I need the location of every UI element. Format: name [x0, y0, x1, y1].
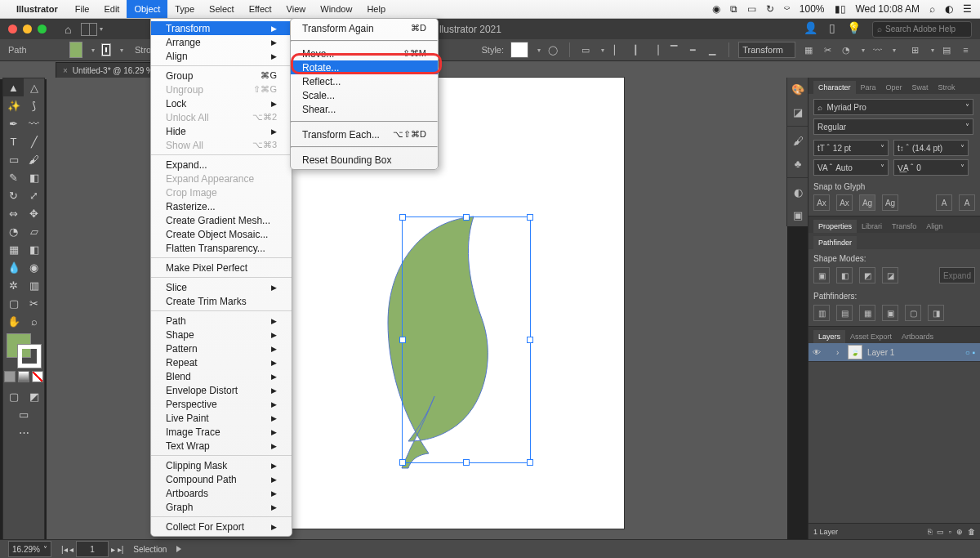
help-search-input[interactable]: ⌕ Search Adobe Help — [872, 21, 972, 38]
align-m-icon[interactable]: ━ — [687, 42, 699, 58]
transform-submenu-item[interactable]: Transform Again⌘D — [291, 21, 438, 35]
object-menu-item[interactable]: Group⌘G — [151, 69, 292, 83]
object-menu-item[interactable]: Slice▶ — [151, 280, 292, 294]
kerning-input[interactable]: VA ˆ Auto˅ — [813, 159, 889, 176]
menu-window[interactable]: Window — [313, 0, 359, 18]
object-menu-item[interactable]: Flatten Transparency... — [151, 241, 292, 255]
doc-tab[interactable]: ×Untitled-3* @ 16.29 % — [56, 62, 161, 78]
unite-button[interactable]: ▣ — [813, 267, 830, 283]
recolor-icon[interactable]: ◔ — [840, 42, 853, 58]
color-mode-gradient[interactable] — [18, 371, 29, 382]
tab-transform[interactable]: Transfo — [887, 220, 921, 233]
transform-submenu-item[interactable]: Transform Each...⌥⇧⌘D — [291, 127, 438, 141]
isolate-icon[interactable]: ▦ — [802, 42, 814, 58]
paintbrush-tool[interactable]: 🖌 — [24, 150, 44, 168]
control-center-icon[interactable]: ☰ — [963, 3, 972, 15]
object-menu-item[interactable]: Hide▶ — [151, 124, 292, 138]
workspace-layout-button[interactable] — [81, 23, 97, 36]
divide-button[interactable]: ▥ — [813, 305, 830, 321]
object-menu-item[interactable]: Unlock All⌥⌘2 — [151, 110, 292, 124]
curvature-tool[interactable]: 〰 — [24, 114, 44, 132]
transform-submenu-item[interactable]: Reflect... — [291, 74, 438, 88]
tracking-input[interactable]: V͟A ˆ 0˅ — [893, 159, 969, 176]
tab-layers[interactable]: Layers — [813, 330, 845, 343]
object-menu-item[interactable]: Expand Appearance — [151, 172, 292, 185]
width-tool[interactable]: ⇔ — [3, 204, 24, 222]
blend-tool[interactable]: ◉ — [24, 258, 44, 276]
appearance-icon[interactable]: ◐ — [787, 181, 808, 203]
color-mode-normal[interactable] — [4, 371, 16, 382]
stroke-swatch[interactable] — [101, 43, 111, 56]
handle-ml[interactable] — [399, 337, 406, 343]
menu-effect[interactable]: Effect — [242, 0, 279, 18]
close-tab-icon[interactable]: × — [63, 66, 68, 75]
menu-object[interactable]: Object — [127, 0, 167, 18]
graph-tool[interactable]: ▥ — [24, 276, 44, 294]
shape-builder-tool[interactable]: ◔ — [3, 222, 24, 240]
leading-input[interactable]: t↕ ˆ (14.4 pt)˅ — [893, 140, 969, 156]
symbols-icon[interactable]: ♣ — [787, 152, 808, 175]
glyph-btn-5[interactable]: A — [936, 194, 952, 211]
new-sublayer-icon[interactable]: ▫ — [949, 528, 951, 536]
font-size-input[interactable]: tT ˆ 12 pt˅ — [813, 140, 889, 156]
object-menu-item[interactable]: Expand... — [151, 158, 292, 172]
menu-view[interactable]: View — [279, 0, 314, 18]
glyph-btn-4[interactable]: Ag — [882, 194, 898, 211]
tab-paragraph[interactable]: Para — [856, 81, 881, 94]
transform-submenu-item[interactable]: Rotate... — [291, 60, 438, 74]
siri-icon[interactable]: ◐ — [945, 3, 953, 15]
intersect-button[interactable]: ◩ — [859, 267, 875, 283]
menu-help[interactable]: Help — [359, 0, 393, 18]
handle-tl[interactable] — [399, 214, 406, 221]
object-menu-item[interactable]: Shape▶ — [151, 328, 292, 341]
free-transform-tool[interactable]: ✥ — [24, 204, 44, 222]
object-menu-item[interactable]: Transform▶ — [151, 21, 292, 35]
font-family-input[interactable]: ⌕ Myriad Pro˅ — [813, 99, 973, 115]
draw-normal[interactable]: ▢ — [3, 387, 24, 405]
tab-swatches[interactable]: Swat — [907, 81, 933, 94]
transform-submenu-item[interactable]: Scale... — [291, 88, 438, 102]
locate-object-icon[interactable]: ⎘ — [928, 528, 932, 536]
handle-bl[interactable] — [399, 459, 406, 466]
lasso-tool[interactable]: ⟆ — [24, 96, 44, 114]
menu-file[interactable]: File — [68, 0, 97, 18]
object-menu-item[interactable]: Envelope Distort▶ — [151, 383, 292, 397]
tab-artboards[interactable]: Artboards — [897, 330, 938, 343]
crop-button[interactable]: ▣ — [882, 305, 898, 321]
expand-button[interactable]: Expand — [939, 267, 975, 283]
edit-toolbar[interactable]: ⋯ — [3, 423, 44, 441]
object-menu-item[interactable]: Ungroup⇧⌘G — [151, 83, 292, 96]
magic-wand-tool[interactable]: ✨ — [3, 96, 24, 114]
handle-tr[interactable] — [527, 214, 533, 221]
object-menu-item[interactable]: Show All⌥⌘3 — [151, 138, 292, 152]
align-r-icon[interactable]: ▕ — [649, 42, 662, 58]
object-menu-item[interactable]: Image Trace▶ — [151, 425, 292, 439]
line-tool[interactable]: ╱ — [24, 132, 44, 150]
scale-tool[interactable]: ⤢ — [24, 186, 44, 204]
slice-tool[interactable]: ✂ — [24, 294, 44, 312]
zoom-input[interactable]: 16.29% ˅ — [8, 541, 51, 557]
expand-layer-icon[interactable]: › — [836, 348, 848, 357]
transform-submenu-item[interactable]: Move...⇧⌘M — [291, 47, 438, 60]
draw-behind[interactable]: ◩ — [24, 387, 44, 405]
object-menu-item[interactable]: Arrange▶ — [151, 35, 292, 49]
selection-tool[interactable]: ▲ — [3, 78, 24, 96]
layer-row[interactable]: 👁 › 🍃 Layer 1 ○ ▪ — [808, 343, 980, 362]
sync-icon[interactable]: ↻ — [766, 3, 774, 15]
transform-submenu-item[interactable]: Reset Bounding Box — [291, 153, 438, 167]
glyph-btn-1[interactable]: Ax — [813, 194, 830, 211]
trim-button[interactable]: ▤ — [836, 305, 853, 321]
minus-front-button[interactable]: ◧ — [836, 267, 853, 283]
color-panel-icon[interactable]: 🎨 — [787, 78, 808, 100]
merge-button[interactable]: ▦ — [859, 305, 875, 321]
stroke-color[interactable] — [18, 345, 41, 368]
shaper-tool[interactable]: ✎ — [3, 168, 24, 186]
direct-selection-tool[interactable]: △ — [24, 78, 44, 96]
tab-character[interactable]: Character — [813, 81, 856, 94]
gradient-tool[interactable]: ◧ — [24, 240, 44, 258]
wifi-icon[interactable]: ⌔ — [784, 3, 790, 15]
object-menu-item[interactable]: Blend▶ — [151, 369, 292, 383]
fill-stroke-control[interactable] — [7, 333, 41, 368]
align-c-icon[interactable]: ┃ — [630, 42, 642, 58]
layer-name[interactable]: Layer 1 — [867, 348, 894, 357]
